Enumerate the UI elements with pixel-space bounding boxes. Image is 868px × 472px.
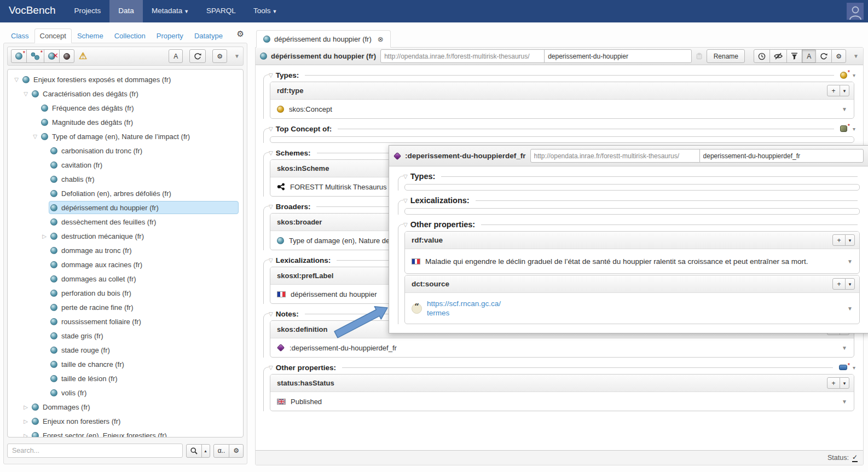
tree-node[interactable]: perte de racine fine (fr) (8, 300, 243, 314)
close-tab-icon[interactable]: ⊗ (378, 35, 384, 43)
add-value-caret-button[interactable]: ▾ (840, 377, 849, 389)
tree-node[interactable]: taille de chancre (fr) (8, 357, 243, 371)
hide-values-button[interactable] (769, 49, 787, 63)
expand-caret-icon[interactable]: ▷ (21, 433, 30, 438)
add-menu-caret-icon[interactable]: ▾ (853, 126, 855, 132)
value-row[interactable]: Published▼ (270, 392, 854, 411)
tree-node[interactable]: roussissement foliaire (fr) (8, 314, 243, 329)
tree-node[interactable]: ▷Enjeux non forestiers (fr) (8, 414, 243, 428)
tab-concept[interactable]: Concept (34, 28, 72, 43)
tree-node[interactable]: dommages au collet (fr) (8, 272, 243, 286)
tabs-settings-gear-icon[interactable]: ⚙ (237, 29, 244, 39)
expand-caret-icon[interactable]: ▷ (21, 418, 30, 424)
popover-localname-input[interactable] (699, 149, 864, 163)
search-button[interactable] (186, 444, 202, 458)
value-menu-caret-icon[interactable]: ▼ (842, 345, 847, 351)
expand-caret-icon[interactable]: ▷ (40, 233, 49, 239)
add-value-button[interactable]: + (827, 85, 840, 96)
tree-node[interactable]: dommage aux racines (fr) (8, 257, 243, 272)
expand-caret-icon[interactable]: ▷ (21, 404, 30, 410)
tab-scheme[interactable]: Scheme (72, 28, 109, 43)
collapse-section-caret-icon[interactable]: ▽ (403, 174, 408, 180)
tree-node[interactable]: ▷Dommages (fr) (8, 400, 243, 414)
nav-item-metadata[interactable]: Metadata▼ (143, 0, 198, 22)
search-mode-caret-button[interactable]: ▴ (201, 444, 210, 458)
value-menu-caret-icon[interactable]: ▼ (842, 399, 847, 405)
tree-node[interactable]: stade rouge (fr) (8, 343, 243, 357)
nav-item-projects[interactable]: Projects (66, 0, 110, 22)
tree-node[interactable]: carbonisation du tronc (fr) (8, 143, 243, 158)
user-avatar-button[interactable] (847, 3, 864, 20)
validation-status-icon[interactable]: ✓ (852, 454, 858, 462)
tree-node[interactable]: chablis (fr) (8, 172, 243, 186)
app-brand[interactable]: VocBench (0, 0, 66, 22)
tree-node[interactable]: ▷destruction mécanique (fr) (8, 229, 243, 243)
add-olive-cube-button[interactable]: * (840, 125, 847, 132)
add-value-button[interactable]: + (827, 377, 840, 389)
collapse-section-caret-icon[interactable]: ▽ (269, 257, 273, 263)
tree-node[interactable]: cavitation (fr) (8, 158, 243, 172)
tab-class[interactable]: Class (5, 28, 34, 43)
header-more-caret-icon[interactable]: ▼ (853, 53, 859, 59)
value-menu-caret-icon[interactable]: ▼ (847, 258, 853, 264)
collapse-section-caret-icon[interactable]: ▽ (269, 126, 273, 132)
resource-tab[interactable]: dépérissement du houppier (fr) ⊗ (256, 30, 391, 48)
filter-values-button[interactable] (786, 49, 802, 63)
nav-item-data[interactable]: Data (109, 0, 143, 22)
tree-node[interactable]: dépérissement du houppier (fr) (8, 200, 243, 215)
tree-node[interactable]: ▽Caractérisation des dégâts (fr) (8, 87, 243, 101)
tab-datatype[interactable]: Datatype (189, 28, 228, 43)
refresh-tree-button[interactable] (189, 49, 206, 63)
rendering-toggle-button[interactable]: A (802, 49, 816, 63)
add-value-caret-button[interactable]: ▾ (845, 234, 855, 246)
delete-concept-button[interactable]: ✕ (44, 49, 60, 63)
collapse-section-caret-icon[interactable]: ▽ (269, 365, 273, 371)
tree-node[interactable]: volis (fr) (8, 385, 243, 400)
tree-node[interactable]: perforation du bois (fr) (8, 286, 243, 300)
tree-node[interactable]: dessèchement des feuilles (fr) (8, 215, 243, 229)
collapse-section-caret-icon[interactable]: ▽ (269, 204, 273, 210)
add-blue-rect-button[interactable]: * (839, 365, 847, 370)
add-value-button[interactable]: + (832, 234, 846, 246)
add-value-button[interactable]: + (832, 278, 846, 290)
create-narrower-concept-button[interactable]: * (26, 49, 44, 63)
refresh-button[interactable] (815, 49, 832, 63)
source-link[interactable]: https://scf.rncan.gc.ca/ (427, 300, 501, 308)
value-row[interactable]: “https://scf.rncan.gc.ca/termes▼ (405, 293, 859, 324)
warning-icon[interactable]: ⚠ (79, 50, 87, 62)
source-link[interactable]: termes (427, 309, 501, 317)
rendering-toggle-button[interactable]: A (169, 49, 183, 63)
search-input[interactable] (7, 444, 183, 458)
add-value-caret-button[interactable]: ▾ (840, 85, 849, 96)
add-menu-caret-icon[interactable]: ▾ (853, 365, 855, 371)
tree-node[interactable]: stade gris (fr) (8, 329, 243, 343)
tree-node[interactable]: ▽Type of damage (en), Nature de l’impact… (8, 129, 243, 143)
create-concept-button[interactable]: * (11, 49, 27, 63)
value-row[interactable]: skos:Concept▼ (270, 100, 854, 118)
toolbar-more-caret-icon[interactable]: ▼ (234, 53, 240, 59)
nav-item-tools[interactable]: Tools▼ (245, 0, 286, 22)
collapse-section-caret-icon[interactable]: ▽ (269, 311, 273, 317)
tree-node[interactable]: Fréquence des dégâts (fr) (8, 101, 243, 115)
value-menu-caret-icon[interactable]: ▼ (847, 306, 853, 312)
tree-node[interactable]: taille de lésion (fr) (8, 371, 243, 385)
alphabetic-index-button[interactable]: α.. (213, 444, 230, 458)
tree-node[interactable]: ▷Forest sector (en), Enjeux forestiers (… (8, 428, 243, 438)
add-gold-ball-button[interactable]: * (840, 72, 847, 79)
localname-input[interactable] (544, 49, 692, 63)
expand-caret-icon[interactable]: ▽ (31, 134, 39, 140)
tree-node[interactable]: dommage au tronc (fr) (8, 243, 243, 257)
tree-node[interactable]: Defoliation (en), arbres défoliés (fr) (8, 186, 243, 200)
tree-node[interactable]: ▽Enjeux forestiers exposés et dommages (… (8, 72, 243, 87)
popover-namespace-input[interactable] (530, 149, 700, 163)
history-button[interactable] (754, 49, 770, 63)
value-menu-caret-icon[interactable]: ▼ (842, 106, 847, 112)
expand-caret-icon[interactable]: ▽ (21, 91, 30, 97)
deprecate-concept-button[interactable] (59, 49, 74, 63)
tree-node[interactable]: Magnitude des dégâts (fr) (8, 115, 243, 129)
resource-settings-button[interactable]: ⚙ (831, 49, 846, 63)
rename-button[interactable]: Rename (707, 49, 745, 63)
tab-property[interactable]: Property (151, 28, 189, 43)
tab-collection[interactable]: Collection (109, 28, 151, 43)
value-row[interactable]: :deperissement-du-houppierdef_fr▼ (270, 338, 854, 357)
